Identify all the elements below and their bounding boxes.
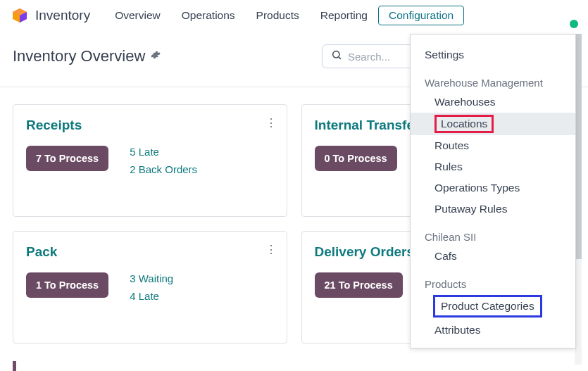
svg-line-4 [339,57,341,59]
status-indicator-icon [570,20,578,28]
kebab-icon[interactable]: ⋮ [265,243,277,256]
card-receipts: Receipts ⋮ 7 To Process 5 Late 2 Back Or… [13,104,287,217]
dropdown-item-product-categories[interactable]: Product Categories [411,293,575,320]
page-title: Inventory Overview [13,47,161,65]
dropdown-item-attributes[interactable]: Attributes [411,320,575,341]
dropdown-item-rules[interactable]: Rules [411,156,575,177]
brand-name[interactable]: Inventory [35,8,90,23]
dropdown-section-products: Products [411,274,575,293]
meta-list: 5 Late 2 Back Orders [130,146,197,175]
meta-list: 3 Waiting 4 Late [130,272,173,302]
main-nav: Overview Operations Products Reporting C… [104,6,464,25]
nav-operations[interactable]: Operations [171,6,246,25]
dropdown-item-operations-types[interactable]: Operations Types [411,177,575,199]
meta-late[interactable]: 4 Late [130,290,173,302]
nav-overview[interactable]: Overview [104,6,171,25]
nav-configuration[interactable]: Configuration [378,6,464,25]
page-title-text: Inventory Overview [13,47,145,65]
meta-late[interactable]: 5 Late [130,146,197,158]
dropdown-section-warehouse-management: Warehouse Management [411,73,575,92]
card-body: 1 To Process 3 Waiting 4 Late [26,272,274,302]
top-bar: Inventory Overview Operations Products R… [0,0,588,34]
card-pack: Pack ⋮ 1 To Process 3 Waiting 4 Late [13,231,287,344]
dropdown-item-warehouses[interactable]: Warehouses [411,92,575,113]
kebab-icon[interactable]: ⋮ [265,116,277,130]
dropdown-item-putaway-rules[interactable]: Putaway Rules [411,199,575,220]
partial-card-edge [13,361,16,371]
process-button[interactable]: 21 To Process [315,272,403,298]
dropdown-item-locations[interactable]: Locations [411,113,575,135]
configuration-dropdown: Settings Warehouse Management Warehouses… [410,34,576,348]
highlight-red-locations: Locations [434,115,494,133]
process-button[interactable]: 1 To Process [26,272,108,298]
dropdown-item-routes[interactable]: Routes [411,135,575,156]
process-button[interactable]: 7 To Process [26,146,108,171]
highlight-blue-product-categories: Product Categories [433,295,542,317]
nav-reporting[interactable]: Reporting [310,6,378,25]
meta-backorders[interactable]: 2 Back Orders [130,163,197,175]
dropdown-item-cafs[interactable]: Cafs [411,246,575,267]
search-icon [331,49,342,63]
dropdown-section-chilean-sii: Chilean SII [411,227,575,246]
card-body: 7 To Process 5 Late 2 Back Orders [26,146,274,175]
nav-products[interactable]: Products [246,6,310,25]
dropdown-item-settings[interactable]: Settings [411,44,575,65]
svg-point-3 [333,51,339,58]
meta-waiting[interactable]: 3 Waiting [130,272,173,284]
gear-icon[interactable] [151,50,161,63]
app-logo-icon [11,7,28,24]
card-title[interactable]: Pack [26,244,274,260]
process-button[interactable]: 0 To Process [315,146,397,171]
card-title[interactable]: Receipts [26,118,274,133]
